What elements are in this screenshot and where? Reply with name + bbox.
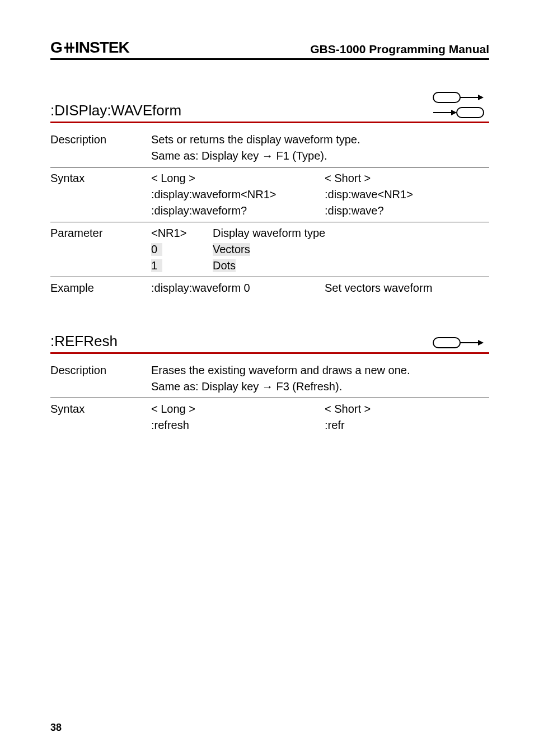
syntax-label-2: Syntax bbox=[50, 403, 151, 432]
svg-text:⧺: ⧺ bbox=[63, 39, 76, 56]
manual-title: GBS-1000 Programming Manual bbox=[310, 43, 489, 56]
svg-marker-5 bbox=[478, 95, 484, 100]
svg-text:G: G bbox=[50, 39, 63, 56]
page-number: 38 bbox=[50, 722, 62, 734]
syntax-label: Syntax bbox=[50, 172, 151, 217]
section-heading-refresh: :REFResh bbox=[50, 333, 118, 350]
description-line1: Sets or returns the display waveform typ… bbox=[151, 133, 489, 146]
set-query-icons bbox=[430, 90, 489, 119]
long-header-2: < Long > bbox=[151, 403, 325, 416]
syntax-long-1: :display:waveform<NR1> bbox=[151, 188, 325, 201]
param-0: 0 bbox=[151, 243, 162, 256]
svg-text:INSTEK: INSTEK bbox=[75, 39, 129, 56]
set-icon bbox=[430, 335, 489, 350]
brand-logo: G ⧺ INSTEK bbox=[50, 39, 146, 56]
param-1-desc: Dots bbox=[213, 259, 236, 272]
param-1: 1 bbox=[151, 259, 162, 272]
short-header: < Short > bbox=[325, 172, 371, 185]
example-description: Set vectors waveform bbox=[325, 282, 432, 295]
example-label: Example bbox=[50, 282, 151, 295]
svg-rect-9 bbox=[433, 338, 460, 348]
svg-rect-3 bbox=[433, 92, 460, 102]
description-label-2: Description bbox=[50, 364, 151, 393]
syntax2-long-1: :refresh bbox=[151, 419, 325, 432]
syntax2-short-1: :refr bbox=[325, 419, 345, 432]
example-command: :display:waveform 0 bbox=[151, 282, 325, 295]
svg-marker-11 bbox=[478, 340, 484, 346]
parameter-label: Parameter bbox=[50, 227, 151, 272]
description2-line2: Same as: Display key → F3 (Refresh). bbox=[151, 380, 489, 393]
section-heading-waveform: :DISPlay:WAVEform bbox=[50, 102, 181, 119]
description-line2: Same as: Display key → F1 (Type). bbox=[151, 150, 489, 162]
svg-rect-8 bbox=[457, 108, 484, 118]
long-header: < Long > bbox=[151, 172, 325, 185]
description2-line1: Erases the existing waveform and draws a… bbox=[151, 364, 489, 377]
param-0-desc: Vectors bbox=[213, 243, 250, 256]
description-label: Description bbox=[50, 133, 151, 162]
syntax-long-2: :display:waveform? bbox=[151, 204, 325, 217]
short-header-2: < Short > bbox=[325, 403, 371, 416]
param-nr1-desc: Display waveform type bbox=[213, 227, 489, 240]
syntax-short-1: :disp:wave<NR1> bbox=[325, 188, 413, 201]
param-nr1: <NR1> bbox=[151, 227, 213, 240]
svg-marker-7 bbox=[451, 110, 457, 115]
syntax-short-2: :disp:wave? bbox=[325, 204, 384, 217]
